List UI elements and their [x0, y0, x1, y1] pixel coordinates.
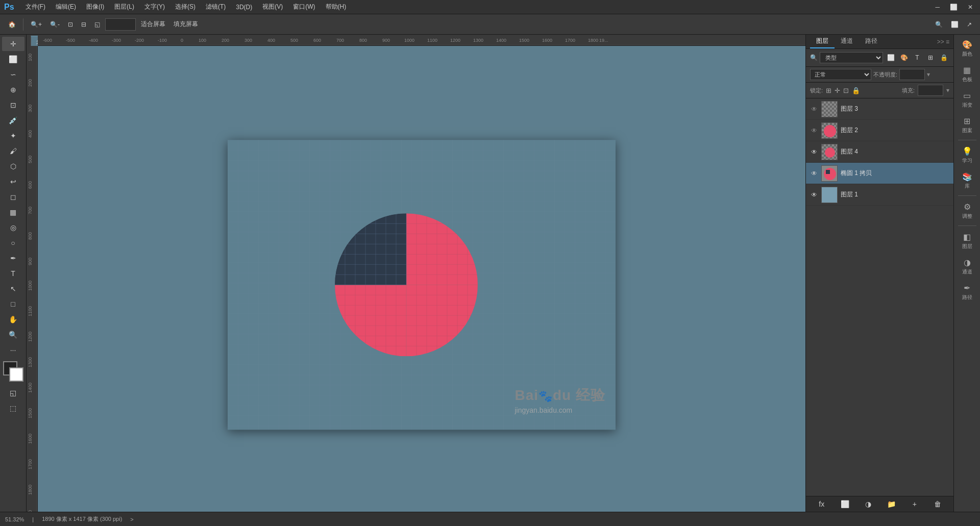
menu-filter[interactable]: 滤镜(T) [201, 1, 231, 13]
layer-icon-btn4[interactable]: ⊞ [925, 52, 936, 63]
more-tools[interactable]: ··· [2, 343, 24, 357]
menu-3d[interactable]: 3D(D) [231, 2, 257, 13]
zoom-reset-button[interactable]: ⊡ [65, 17, 76, 32]
tab-layers[interactable]: 图层 [810, 35, 835, 48]
menu-text[interactable]: 文字(Y) [139, 1, 170, 13]
layer-add-btn[interactable]: + [909, 498, 920, 510]
layer-mask-btn[interactable]: ⬜ [839, 498, 850, 510]
layer-4-visibility[interactable]: 👁 [810, 148, 818, 156]
screen-mode[interactable]: ⬚ [2, 401, 24, 415]
layer-icon-btn3[interactable]: T [912, 52, 923, 63]
gradient-panel-btn[interactable]: ▭ 渐变 [955, 88, 979, 111]
home-button[interactable]: 🏠 [5, 17, 19, 32]
select-rect-tool[interactable]: ⬜ [2, 52, 24, 66]
zoom-actual-button[interactable]: ◱ [91, 17, 103, 32]
menu-image[interactable]: 图像(I) [81, 1, 109, 13]
ellipse1-copy-visibility[interactable]: 👁 [810, 169, 818, 178]
layers-side-btn[interactable]: ◧ 图层 [955, 229, 979, 253]
library-panel-btn[interactable]: 📚 库 [955, 169, 979, 192]
menu-help[interactable]: 帮助(H) [321, 1, 352, 13]
layer-2-visibility[interactable]: 👁 [810, 127, 818, 135]
eraser-tool[interactable]: ◻ [2, 190, 24, 204]
fit-screen-button[interactable]: 适合屏幕 [138, 17, 168, 32]
layer-item-2[interactable]: 👁 图层 2 [806, 120, 953, 141]
patterns-panel-btn[interactable]: ⊞ 图案 [955, 113, 979, 137]
zoom-tool[interactable]: 🔍 [2, 328, 24, 342]
layer-icon-btn2[interactable]: 🎨 [898, 52, 910, 63]
menu-select[interactable]: 选择(S) [170, 1, 201, 13]
history-brush-tool[interactable]: ↩ [2, 174, 24, 189]
share-button[interactable]: ↗ [964, 17, 975, 32]
layer-icon-btn5[interactable]: 🔒 [938, 52, 949, 63]
svg-text:100: 100 [28, 54, 33, 61]
layer-item-4[interactable]: 👁 图层 4 [806, 141, 953, 163]
blur-tool[interactable]: ◎ [2, 220, 24, 235]
search-button-right[interactable]: 🔍 [932, 17, 946, 32]
maximize-button[interactable]: ⬜ [947, 0, 961, 15]
layer-item-ellipse1-copy[interactable]: 👁 椭圆 1 拷贝 [806, 163, 953, 184]
pen-tool[interactable]: ✒ [2, 251, 24, 265]
quick-select-tool[interactable]: ⊕ [2, 83, 24, 97]
opacity-input[interactable]: 100% [899, 69, 925, 80]
layer-delete-btn[interactable]: 🗑 [932, 498, 943, 510]
gradient-tool[interactable]: ▦ [2, 205, 24, 219]
zoom-input[interactable]: 100% [105, 18, 136, 31]
swatches-panel-btn[interactable]: ▦ 色板 [955, 62, 979, 86]
gradient-icon: ▭ [963, 91, 971, 101]
lasso-tool[interactable]: ∽ [2, 67, 24, 82]
menu-file[interactable]: 文件(F) [20, 1, 51, 13]
paths-side-btn[interactable]: ✒ 路径 [955, 280, 979, 304]
dodge-tool[interactable]: ○ [2, 236, 24, 250]
eyedropper-tool[interactable]: 💉 [2, 113, 24, 128]
path-select-tool[interactable]: ↖ [2, 282, 24, 296]
lock-all-icon[interactable]: 🔒 [852, 87, 860, 94]
background-color[interactable] [9, 367, 23, 382]
heal-tool[interactable]: ✦ [2, 129, 24, 143]
hand-tool[interactable]: ✋ [2, 312, 24, 327]
zoom-in-button[interactable]: 🔍+ [28, 17, 45, 32]
layer-item-3[interactable]: 👁 图层 3 [806, 98, 953, 120]
lock-pixels-icon[interactable]: ⊞ [826, 87, 831, 94]
more-info-btn[interactable]: > [130, 516, 133, 522]
lock-position-icon[interactable]: ✛ [835, 87, 840, 94]
close-button[interactable]: ✕ [965, 0, 976, 15]
type-tool[interactable]: T [2, 266, 24, 281]
layer-group-btn[interactable]: 📁 [886, 498, 897, 510]
zoom-out-btn1[interactable]: 🔍- [47, 17, 63, 32]
color-panel-btn[interactable]: 🎨 颜色 [955, 37, 979, 60]
blend-mode-select[interactable]: 正常 [810, 69, 871, 80]
opacity-expand-icon[interactable]: ▾ [927, 71, 930, 78]
crop-tool[interactable]: ⊡ [2, 98, 24, 112]
fill-expand-icon[interactable]: ▾ [946, 87, 949, 94]
layer-adjust-btn[interactable]: ◑ [863, 498, 874, 510]
fill-screen-button[interactable]: 填充屏幕 [170, 17, 201, 32]
layer-3-visibility[interactable]: 👁 [810, 105, 818, 113]
panel-expand-btn[interactable]: >> ≡ [937, 38, 949, 45]
menu-layer[interactable]: 图层(L) [109, 1, 139, 13]
layout-button[interactable]: ⬜ [948, 17, 962, 32]
learn-panel-btn[interactable]: 💡 学习 [955, 143, 979, 167]
learn-label: 学习 [962, 157, 972, 164]
layer-fx-btn[interactable]: fx [816, 498, 827, 510]
layer-1-visibility[interactable]: 👁 [810, 191, 818, 199]
menu-window[interactable]: 窗口(W) [288, 1, 320, 13]
brush-tool[interactable]: 🖌 [2, 144, 24, 158]
move-tool[interactable]: ✛ [2, 37, 24, 51]
adjustments-panel-btn[interactable]: ⚙ 调整 [955, 199, 979, 222]
fill-input[interactable]: 100% [918, 85, 943, 96]
menu-edit[interactable]: 编辑(E) [51, 1, 81, 13]
clone-tool[interactable]: ⬡ [2, 159, 24, 173]
ellipse1-copy-name: 椭圆 1 拷贝 [841, 169, 949, 178]
channels-side-btn[interactable]: ◑ 通道 [955, 255, 979, 278]
tab-paths[interactable]: 路径 [859, 35, 884, 48]
quick-mask-tool[interactable]: ◱ [2, 386, 24, 400]
shape-tool[interactable]: □ [2, 297, 24, 311]
tab-channels[interactable]: 通道 [835, 35, 859, 48]
layer-filter-select[interactable]: 类型 [820, 52, 883, 63]
lock-artboards-icon[interactable]: ⊡ [843, 87, 849, 94]
layer-icon-btn1[interactable]: ⬜ [885, 52, 896, 63]
minimize-button[interactable]: ─ [932, 0, 943, 15]
menu-view[interactable]: 视图(V) [257, 1, 288, 13]
layer-item-1[interactable]: 👁 图层 1 [806, 184, 953, 206]
zoom-crop-button[interactable]: ⊟ [78, 17, 89, 32]
